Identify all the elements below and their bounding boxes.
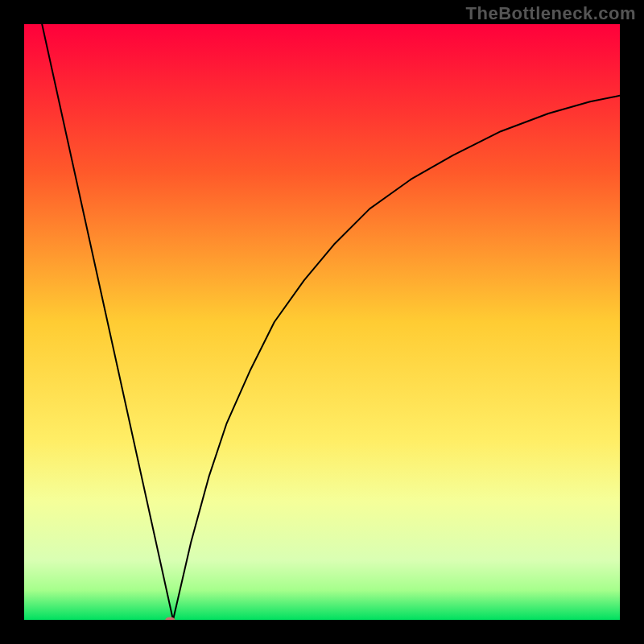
watermark-text: TheBottleneck.com: [466, 3, 636, 24]
chart-frame: TheBottleneck.com: [0, 0, 644, 644]
gradient-background: [24, 24, 620, 620]
chart-svg: [24, 24, 620, 620]
plot-area: [24, 24, 620, 620]
